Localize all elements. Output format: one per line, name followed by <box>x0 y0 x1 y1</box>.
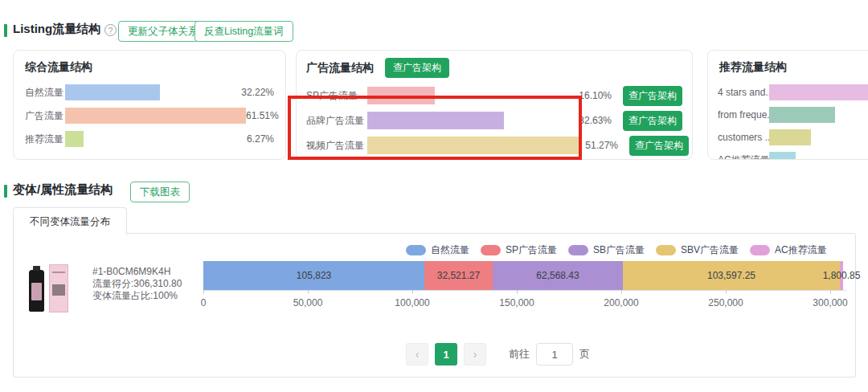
section-accent-bar <box>4 24 7 37</box>
chart-legend: 自然流量SP广告流量SB广告流量SBV广告流量AC推荐流量 <box>406 243 827 257</box>
section-title-listing-traffic: Listing流量结构 <box>13 22 100 37</box>
traffic-label: 自然流量 <box>25 86 65 100</box>
panel-ad-header: 广告流量结构 查广告架构 <box>297 51 692 80</box>
recommend-traffic-bar <box>769 129 811 145</box>
variant-score: 流量得分:306,310.80 <box>92 278 182 290</box>
stacked-bar-segment: 103,597.25 <box>623 261 839 290</box>
legend-item[interactable]: SB广告流量 <box>568 243 645 257</box>
legend-label: SB广告流量 <box>593 243 645 257</box>
x-axis-tick <box>726 290 727 294</box>
traffic-row: 推荐流量6.27% <box>25 131 274 147</box>
traffic-bar <box>65 131 84 147</box>
panel-title-ad: 广告流量结构 <box>306 61 374 76</box>
ad-traffic-row: SP广告流量16.10%查广告架构 <box>306 86 682 105</box>
variant-ratio: 变体流量占比:100% <box>92 290 182 302</box>
traffic-percentage: 61.51% <box>246 110 279 121</box>
ad-traffic-label: 视频广告流量 <box>306 139 367 153</box>
x-axis-line <box>203 290 846 291</box>
tab-variant-traffic-distribution[interactable]: 不同变体流量分布 <box>13 207 127 235</box>
recommend-traffic-label: customers ... <box>718 132 769 143</box>
download-chart-button[interactable]: 下载图表 <box>130 182 190 202</box>
variant-info: #1-B0CM6M9K4H 流量得分:306,310.80 变体流量占比:100… <box>92 266 182 302</box>
panel-title-recommend: 推荐流量结构 <box>708 51 868 83</box>
legend-item[interactable]: 自然流量 <box>406 243 469 257</box>
page-unit-label: 页 <box>579 347 590 361</box>
x-axis-tick-label: 0 <box>201 297 207 308</box>
recommend-traffic-rows: 4 stars and...from freque...customers ..… <box>708 84 868 160</box>
legend-marker <box>750 245 770 255</box>
x-axis-tick <box>412 290 413 294</box>
current-page-button[interactable]: 1 <box>435 343 457 365</box>
segment-value-label: 105,823 <box>297 270 331 281</box>
next-page-button[interactable]: › <box>464 343 486 365</box>
stacked-bar-segment: 105,823 <box>203 261 424 290</box>
ad-traffic-label: 品牌广告流量 <box>306 114 367 128</box>
x-axis-tick-label: 300,000 <box>813 297 847 308</box>
segment-value-label: 32,521.27 <box>437 270 480 281</box>
product-box-image <box>49 264 68 312</box>
segment-value-label: 103,597.25 <box>707 270 755 281</box>
panel-overall-traffic: 综合流量结构 自然流量32.22%广告流量61.51%推荐流量6.27% <box>13 50 286 160</box>
view-ad-structure-button[interactable]: 查广告架构 <box>623 86 682 106</box>
ad-traffic-row: 视频广告流量51.27%查广告架构 <box>306 136 682 155</box>
recommend-traffic-row: from freque... <box>718 107 866 123</box>
prev-page-button[interactable]: ‹ <box>406 343 428 365</box>
legend-label: AC推荐流量 <box>775 243 827 257</box>
legend-label: SBV广告流量 <box>681 243 739 257</box>
traffic-bar <box>65 84 160 100</box>
segment-value-label: 1,800.85 <box>823 270 861 281</box>
recommend-traffic-bar <box>769 152 796 160</box>
recommend-traffic-bar <box>769 107 835 123</box>
legend-marker <box>406 245 426 255</box>
recommend-traffic-row: AC推荐流量 <box>718 152 866 160</box>
product-thumbnail <box>27 261 74 312</box>
variant-asin: #1-B0CM6M9K4H <box>92 266 182 278</box>
legend-marker <box>656 245 676 255</box>
panel-recommend-traffic: 推荐流量结构 4 stars and...from freque...custo… <box>707 50 868 160</box>
ad-traffic-row: 品牌广告流量32.63%查广告架构 <box>306 111 682 130</box>
help-icon[interactable]: ? <box>104 24 117 36</box>
recommend-traffic-bar <box>769 84 868 100</box>
goto-page-label: 前往 <box>509 347 530 361</box>
view-ad-structure-header-button[interactable]: 查广告架构 <box>385 58 449 78</box>
legend-item[interactable]: SP广告流量 <box>481 243 557 257</box>
traffic-percentage: 6.27% <box>247 133 274 145</box>
section-title-variant-traffic: 变体/属性流量结构 <box>13 182 113 198</box>
product-bottle-image <box>29 270 44 312</box>
segment-value-label: 62,568.43 <box>536 270 579 281</box>
stacked-bar-segment: 1,800.85 <box>840 261 844 290</box>
x-axis-tick <box>621 290 622 294</box>
ad-traffic-percentage: 16.10% <box>575 90 612 101</box>
x-axis-tick-label: 200,000 <box>604 297 638 308</box>
view-ad-structure-button[interactable]: 查广告架构 <box>629 136 689 156</box>
ad-traffic-percentage: 51.27% <box>581 140 618 151</box>
x-axis-tick <box>203 290 204 294</box>
recommend-traffic-row: customers ... <box>718 129 866 145</box>
x-axis-tick <box>830 290 831 294</box>
ad-traffic-bar <box>367 112 504 129</box>
x-axis-tick <box>308 290 309 294</box>
ad-traffic-percentage: 32.63% <box>575 115 612 126</box>
legend-item[interactable]: AC推荐流量 <box>750 243 827 257</box>
x-axis-tick-label: 50,000 <box>293 297 323 308</box>
legend-marker <box>481 245 501 255</box>
reverse-lookup-listing-keywords-button[interactable]: 反查Listing流量词 <box>194 21 293 42</box>
x-axis-tick <box>517 290 518 294</box>
traffic-bar <box>65 108 246 124</box>
goto-page-input[interactable] <box>536 343 573 365</box>
overall-traffic-rows: 自然流量32.22%广告流量61.51%推荐流量6.27% <box>14 84 285 147</box>
ad-traffic-rows: SP广告流量16.10%查广告架构品牌广告流量32.63%查广告架构视频广告流量… <box>297 86 692 155</box>
legend-item[interactable]: SBV广告流量 <box>656 243 739 257</box>
ad-traffic-bar <box>367 87 435 104</box>
x-axis-tick-label: 100,000 <box>395 297 429 308</box>
pagination: ‹ 1 › 前往 页 <box>406 343 590 365</box>
recommend-traffic-label: from freque... <box>718 109 769 120</box>
stacked-bar-segment: 32,521.27 <box>424 261 493 290</box>
stacked-bar-segment: 62,568.43 <box>493 261 624 290</box>
traffic-row: 自然流量32.22% <box>25 84 274 100</box>
section-accent-bar <box>4 185 7 198</box>
panel-title-overall: 综合流量结构 <box>14 51 285 83</box>
legend-marker <box>568 245 588 255</box>
recommend-traffic-label: 4 stars and... <box>718 87 769 98</box>
view-ad-structure-button[interactable]: 查广告架构 <box>623 111 682 131</box>
